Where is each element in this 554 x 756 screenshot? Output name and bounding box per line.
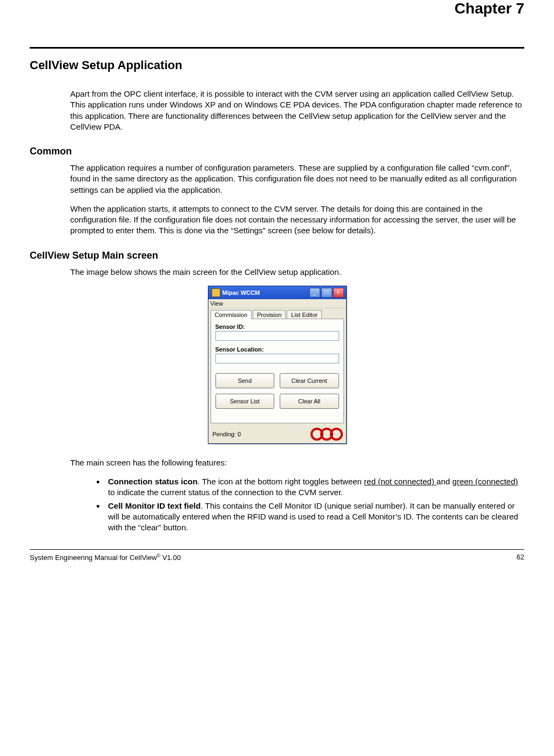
menubar: View: [208, 299, 346, 308]
connection-status-icon: [310, 428, 343, 441]
feature-1-underline-1: red (not connected): [364, 477, 436, 486]
tab-body: Sensor ID: Sensor Location: Send Clear C…: [211, 319, 344, 423]
close-button[interactable]: ×: [333, 288, 344, 298]
feature-1-text-b: and: [436, 477, 452, 486]
features-list: Connection status icon. The icon at the …: [30, 476, 524, 533]
main-screen-heading: CellView Setup Main screen: [30, 250, 524, 261]
sensor-location-input[interactable]: [215, 354, 339, 363]
common-heading: Common: [30, 146, 524, 157]
tab-list-editor[interactable]: List Editor: [287, 310, 322, 319]
feature-1-title: Connection status icon: [108, 477, 198, 486]
tabs-row: Commission Provision List Editor: [208, 308, 346, 319]
sensor-list-button[interactable]: Sensor List: [215, 394, 275, 409]
main-screen-intro: The image below shows the main screen fo…: [30, 267, 524, 278]
minimize-button[interactable]: _: [309, 288, 320, 298]
horizontal-rule: [30, 47, 524, 49]
feature-connection-status: Connection status icon. The icon at the …: [105, 476, 524, 498]
page-number: 62: [517, 553, 524, 562]
feature-1-text-a: . The icon at the bottom right toggles b…: [198, 477, 364, 486]
window-title: Mipac WCCM: [222, 289, 307, 296]
menu-view[interactable]: View: [211, 300, 224, 307]
app-window: Mipac WCCM _ □ × View Commission Provisi…: [208, 286, 347, 444]
common-p1: The application requires a number of con…: [30, 163, 524, 195]
clear-current-button[interactable]: Clear Current: [280, 373, 339, 388]
feature-cm-id-field: Cell Monitor ID text field. This contain…: [105, 501, 524, 534]
intro-paragraph: Apart from the OPC client interface, it …: [30, 89, 524, 132]
footer-rule: [30, 549, 524, 550]
section-heading: CellView Setup Application: [30, 58, 524, 72]
app-icon: [212, 288, 220, 297]
chapter-title: Chapter 7: [30, 0, 524, 17]
sensor-id-input[interactable]: [215, 331, 339, 341]
maximize-button[interactable]: □: [321, 288, 332, 298]
footer-left: System Engineering Manual for CellView© …: [30, 553, 181, 562]
tab-commission[interactable]: Commission: [211, 310, 252, 319]
features-intro: The main screen has the following featur…: [30, 457, 524, 468]
app-screenshot-figure: Mipac WCCM _ □ × View Commission Provisi…: [30, 286, 524, 444]
clear-all-button[interactable]: Clear All: [280, 394, 339, 409]
status-text: Pending: 0: [213, 431, 241, 437]
page-footer: System Engineering Manual for CellView© …: [30, 553, 524, 562]
send-button[interactable]: Send: [215, 373, 275, 388]
tab-provision[interactable]: Provision: [253, 310, 286, 319]
common-p2: When the application starts, it attempts…: [30, 204, 524, 237]
feature-2-title: Cell Monitor ID text field: [108, 501, 201, 510]
feature-1-text-c: to indicate the current status of the co…: [108, 488, 343, 497]
sensor-id-label: Sensor ID:: [215, 323, 339, 330]
feature-1-underline-2: green (connected): [452, 477, 518, 486]
sensor-location-label: Sensor Location:: [215, 346, 339, 353]
titlebar: Mipac WCCM _ □ ×: [208, 286, 346, 299]
statusbar: Pending: 0: [208, 426, 346, 443]
footer-left-b: V1.00: [160, 554, 181, 562]
footer-left-a: System Engineering Manual for CellView: [30, 554, 157, 562]
